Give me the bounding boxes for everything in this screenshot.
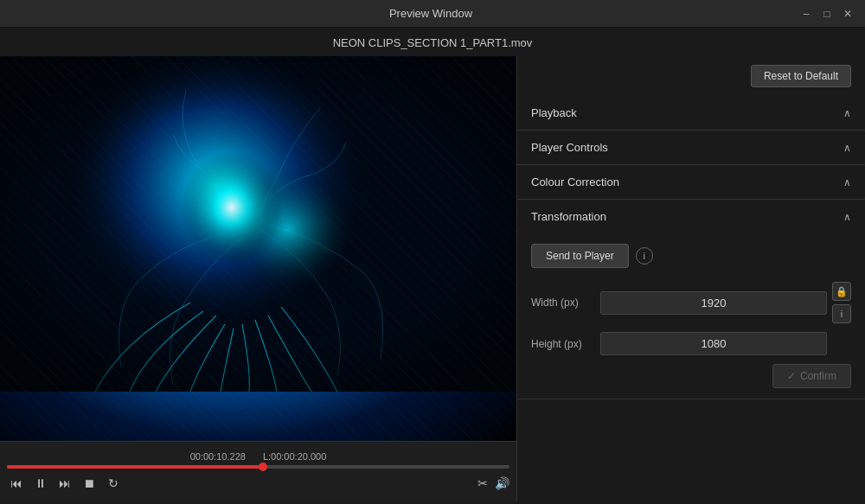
title-bar: Preview Window – □ ✕ <box>0 0 865 28</box>
playback-chevron: ∧ <box>843 107 851 119</box>
reset-row: Reset to Default <box>517 56 865 96</box>
minimize-button[interactable]: – <box>799 7 813 21</box>
main-layout: 00:00:10.228 L:00:00:20.000 ⏮ ⏸ ⏭ ⏹ ↻ ✂ … <box>0 56 865 501</box>
video-thumbnail <box>0 56 516 441</box>
dim-info-icon[interactable]: i <box>832 304 851 323</box>
confirm-label: Confirm <box>800 370 836 382</box>
height-input[interactable] <box>600 332 827 355</box>
volume-icon[interactable]: 🔊 <box>495 476 509 490</box>
progress-handle[interactable] <box>259 463 267 471</box>
colour-correction-section: Colour Correction ∧ <box>517 165 865 200</box>
lock-info-col: 🔒 i <box>832 282 851 323</box>
reset-button[interactable]: Reset to Default <box>751 65 851 87</box>
total-time: L:00:00:20.000 <box>263 451 326 462</box>
scissor-icon[interactable]: ✂ <box>477 476 488 490</box>
lock-icon[interactable]: 🔒 <box>832 282 851 301</box>
skip-forward-button[interactable]: ⏭ <box>55 474 74 493</box>
send-to-player-button[interactable]: Send to Player <box>531 244 629 268</box>
confirm-button[interactable]: ✓ Confirm <box>772 364 851 388</box>
current-time: 00:00:10.228 <box>190 451 246 462</box>
video-area <box>0 56 516 441</box>
playback-section: Playback ∧ <box>517 96 865 131</box>
player-controls-label: Player Controls <box>531 141 608 154</box>
width-input[interactable] <box>600 291 827 315</box>
progress-track[interactable] <box>7 465 509 469</box>
height-label: Height (px) <box>531 338 600 350</box>
loop-button[interactable]: ↻ <box>104 474 123 493</box>
playback-label: Playback <box>531 106 577 119</box>
left-panel: 00:00:10.228 L:00:00:20.000 ⏮ ⏸ ⏭ ⏹ ↻ ✂ … <box>0 56 516 501</box>
transformation-header[interactable]: Transformation ∧ <box>517 200 865 233</box>
player-controls-section: Player Controls ∧ <box>517 131 865 165</box>
time-display: 00:00:10.228 L:00:00:20.000 <box>7 451 509 462</box>
transport-controls: ⏮ ⏸ ⏭ ⏹ ↻ ✂ 🔊 <box>7 474 509 493</box>
colour-correction-chevron: ∧ <box>843 176 851 188</box>
player-controls-chevron: ∧ <box>843 142 851 154</box>
skip-back-button[interactable]: ⏮ <box>7 474 26 493</box>
confirm-row: ✓ Confirm <box>531 364 851 388</box>
width-row: Width (px) <box>531 291 827 315</box>
right-panel: Reset to Default Playback ∧ Player Contr… <box>516 56 865 501</box>
playback-header[interactable]: Playback ∧ <box>517 96 865 130</box>
stop-button[interactable]: ⏹ <box>80 474 99 493</box>
filename-label: NEON CLIPS_SECTION 1_PART1.mov <box>333 36 533 49</box>
close-button[interactable]: ✕ <box>841 7 855 21</box>
svg-rect-4 <box>0 56 516 392</box>
maximize-button[interactable]: □ <box>820 7 834 21</box>
extra-icons: ✂ 🔊 <box>477 476 509 490</box>
transformation-content: Send to Player i Width (px) 🔒 i <box>517 233 865 399</box>
send-info-icon[interactable]: i <box>636 247 653 265</box>
svg-rect-0 <box>0 56 516 392</box>
filename-bar: NEON CLIPS_SECTION 1_PART1.mov <box>0 28 865 56</box>
confirm-check-icon: ✓ <box>787 370 796 382</box>
svg-point-2 <box>164 125 389 333</box>
transformation-chevron: ∧ <box>843 211 851 223</box>
svg-point-1 <box>61 56 407 376</box>
transformation-section: Transformation ∧ Send to Player i Width … <box>517 200 865 399</box>
width-label: Width (px) <box>531 297 600 309</box>
height-row: Height (px) <box>531 332 827 355</box>
transformation-label: Transformation <box>531 210 606 223</box>
window-title: Preview Window <box>62 7 799 20</box>
progress-fill <box>7 465 263 469</box>
colour-correction-header[interactable]: Colour Correction ∧ <box>517 165 865 199</box>
player-controls-header[interactable]: Player Controls ∧ <box>517 131 865 164</box>
colour-correction-label: Colour Correction <box>531 175 619 188</box>
window-controls: – □ ✕ <box>799 7 855 21</box>
svg-point-3 <box>180 151 284 264</box>
send-row: Send to Player i <box>531 244 851 268</box>
play-pause-button[interactable]: ⏸ <box>31 474 50 493</box>
controls-bar: 00:00:10.228 L:00:00:20.000 ⏮ ⏸ ⏭ ⏹ ↻ ✂ … <box>0 441 516 501</box>
